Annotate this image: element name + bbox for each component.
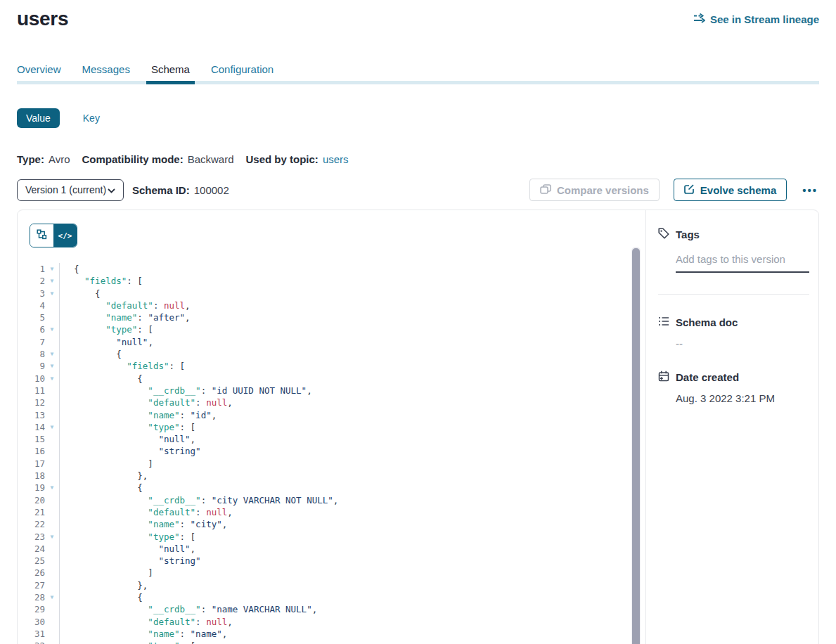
versions-icon	[540, 184, 551, 196]
code-text: {	[60, 288, 101, 300]
code-text: "name": "name",	[60, 628, 227, 640]
compare-versions-button[interactable]: Compare versions	[529, 179, 660, 201]
date-created-value: Aug. 3 2022 3:21 PM	[676, 392, 809, 404]
line-number: 3	[18, 288, 45, 300]
code-line: 18 },	[18, 470, 645, 482]
fold-toggle-icon[interactable]: ▼	[45, 275, 60, 287]
code-line: 24 "null",	[18, 543, 645, 555]
type-pair: Type: Avro	[17, 153, 70, 165]
fold-gutter	[45, 445, 60, 457]
fold-gutter	[45, 616, 60, 628]
value-toggle-button[interactable]: Value	[17, 108, 60, 128]
fold-toggle-icon[interactable]: ▼	[45, 263, 60, 275]
code-line: 8▼ {	[18, 348, 645, 360]
code-text: "type": [	[60, 531, 195, 543]
code-text: },	[60, 470, 148, 482]
used-by-topic-pair: Used by topic: users	[246, 153, 349, 165]
fold-toggle-icon[interactable]: ▼	[45, 348, 60, 360]
code-line: 7 "null",	[18, 336, 645, 348]
line-number: 5	[18, 311, 45, 323]
code-line: 15 "null",	[18, 433, 645, 445]
add-tags-input[interactable]	[676, 252, 809, 273]
line-number: 15	[18, 433, 45, 445]
line-number: 16	[18, 445, 45, 457]
fold-gutter	[45, 458, 60, 470]
code-line: 3▼ {	[18, 288, 645, 300]
fold-toggle-icon[interactable]: ▼	[45, 288, 60, 300]
code-line: 5 "name": "after",	[18, 311, 645, 323]
fold-toggle-icon[interactable]: ▼	[45, 323, 60, 335]
tab-messages[interactable]: Messages	[82, 63, 130, 84]
fold-toggle-icon[interactable]: ▼	[45, 591, 60, 603]
see-in-stream-lineage-link[interactable]: See in Stream lineage	[693, 13, 819, 25]
fold-toggle-icon[interactable]: ▼	[45, 360, 60, 372]
schema-doc-value: --	[676, 337, 809, 349]
tab-schema[interactable]: Schema	[151, 63, 190, 84]
code-text: "__crdb__": "id UUID NOT NULL",	[60, 385, 312, 397]
line-number: 11	[18, 385, 45, 397]
code-text: "type": [	[60, 323, 153, 335]
code-view-icon: </>	[58, 231, 72, 240]
date-created-section: Date created Aug. 3 2022 3:21 PM	[658, 371, 809, 404]
line-number: 14	[18, 421, 45, 433]
fold-gutter	[45, 506, 60, 518]
fold-toggle-icon[interactable]: ▼	[45, 373, 60, 385]
code-view-button[interactable]: </>	[53, 224, 77, 247]
scrollbar-thumb[interactable]	[632, 248, 640, 644]
version-actions: Compare versions Evolve schema •••	[529, 179, 819, 201]
tag-icon	[658, 228, 669, 241]
code-text: "null",	[60, 336, 153, 348]
schema-id-value: 100002	[194, 184, 229, 196]
line-number: 30	[18, 616, 45, 628]
key-toggle-link[interactable]: Key	[83, 112, 100, 124]
line-number: 2	[18, 275, 45, 287]
code-line: 9▼ "fields": [	[18, 360, 645, 372]
line-number: 4	[18, 300, 45, 311]
code-line: 4 "default": null,	[18, 300, 645, 311]
topic-link[interactable]: users	[323, 153, 349, 165]
code-text: "string"	[60, 445, 201, 457]
code-line: 10▼ {	[18, 373, 645, 385]
compatibility-label: Compatibility mode:	[82, 153, 183, 165]
fold-toggle-icon[interactable]: ▼	[45, 640, 60, 644]
line-number: 27	[18, 579, 45, 591]
code-text: "name": "city",	[60, 518, 227, 530]
code-text: {	[60, 263, 79, 275]
fold-toggle-icon[interactable]: ▼	[45, 482, 60, 494]
schema-doc-section: Schema doc --	[658, 316, 809, 349]
code-text: ]	[60, 567, 153, 579]
version-select[interactable]: Version 1 (current)	[17, 179, 124, 201]
list-icon	[658, 316, 669, 329]
tags-section-heading: Tags	[658, 228, 809, 241]
code-line: 16 "string"	[18, 445, 645, 457]
fold-gutter	[45, 518, 60, 530]
date-created-heading: Date created	[658, 371, 809, 384]
tab-configuration[interactable]: Configuration	[211, 63, 274, 84]
line-number: 28	[18, 591, 45, 603]
fold-gutter	[45, 311, 60, 323]
fold-toggle-icon[interactable]: ▼	[45, 421, 60, 433]
fold-toggle-icon[interactable]: ▼	[45, 531, 60, 543]
code-text: "default": null,	[60, 397, 233, 408]
code-text: "default": null,	[60, 616, 233, 628]
fold-gutter	[45, 385, 60, 397]
evolve-schema-button[interactable]: Evolve schema	[674, 179, 787, 201]
code-text: "null",	[60, 543, 195, 555]
code-text: {	[60, 348, 122, 360]
fold-gutter	[45, 567, 60, 579]
code-line: 12 "default": null,	[18, 397, 645, 408]
schema-sidebar: Tags Schema doc	[646, 210, 818, 644]
line-number: 32	[18, 640, 45, 644]
tab-overview[interactable]: Overview	[17, 63, 61, 84]
tree-view-button[interactable]	[30, 224, 53, 247]
code-text: "null",	[60, 433, 195, 445]
fold-gutter	[45, 579, 60, 591]
code-text: {	[60, 373, 143, 385]
code-text: ]	[60, 458, 153, 470]
line-number: 9	[18, 360, 45, 372]
more-actions-menu[interactable]: •••	[801, 183, 819, 198]
code-line: 27 },	[18, 579, 645, 591]
version-select-value: Version 1 (current)	[25, 184, 106, 195]
schema-metadata: Type: Avro Compatibility mode: Backward …	[17, 153, 819, 165]
fold-gutter	[45, 409, 60, 421]
